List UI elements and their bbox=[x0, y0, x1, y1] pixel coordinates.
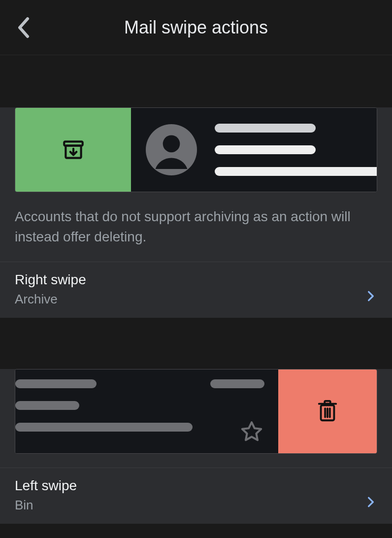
chevron-right-icon bbox=[364, 496, 377, 508]
right-swipe-description: Accounts that do not support archiving a… bbox=[0, 192, 392, 262]
right-swipe-option[interactable]: Right swipe Archive bbox=[0, 262, 392, 318]
mail-item-skeleton bbox=[131, 108, 377, 192]
archive-icon bbox=[61, 137, 86, 162]
left-swipe-option[interactable]: Left swipe Bin bbox=[0, 468, 392, 524]
trash-icon bbox=[316, 399, 339, 424]
option-label: Right swipe bbox=[15, 272, 86, 288]
right-swipe-section: Accounts that do not support archiving a… bbox=[0, 107, 392, 318]
section-spacer bbox=[0, 55, 392, 93]
skeleton-line bbox=[15, 401, 79, 410]
skeleton-line bbox=[210, 379, 264, 388]
svg-rect-6 bbox=[325, 401, 330, 404]
option-label: Left swipe bbox=[15, 478, 77, 494]
star-outline-icon bbox=[240, 420, 263, 443]
option-value: Archive bbox=[15, 292, 86, 307]
skeleton-line bbox=[215, 145, 316, 154]
section-spacer bbox=[0, 318, 392, 354]
skeleton-line bbox=[215, 124, 316, 133]
skeleton-line bbox=[15, 423, 193, 432]
mail-item-skeleton bbox=[15, 370, 278, 453]
svg-point-3 bbox=[163, 135, 180, 153]
avatar-icon bbox=[146, 124, 197, 175]
skeleton-line bbox=[215, 167, 377, 176]
delete-action-panel bbox=[278, 370, 377, 453]
skeleton-line bbox=[15, 379, 97, 388]
right-swipe-preview bbox=[15, 107, 377, 192]
option-value: Bin bbox=[15, 498, 77, 513]
archive-action-panel bbox=[15, 108, 131, 192]
chevron-right-icon bbox=[364, 290, 377, 303]
left-swipe-section: Left swipe Bin bbox=[0, 369, 392, 524]
left-swipe-preview bbox=[15, 369, 377, 454]
page-title: Mail swipe actions bbox=[12, 17, 380, 38]
skeleton-lines bbox=[215, 124, 377, 176]
header-bar: Mail swipe actions bbox=[0, 0, 392, 55]
